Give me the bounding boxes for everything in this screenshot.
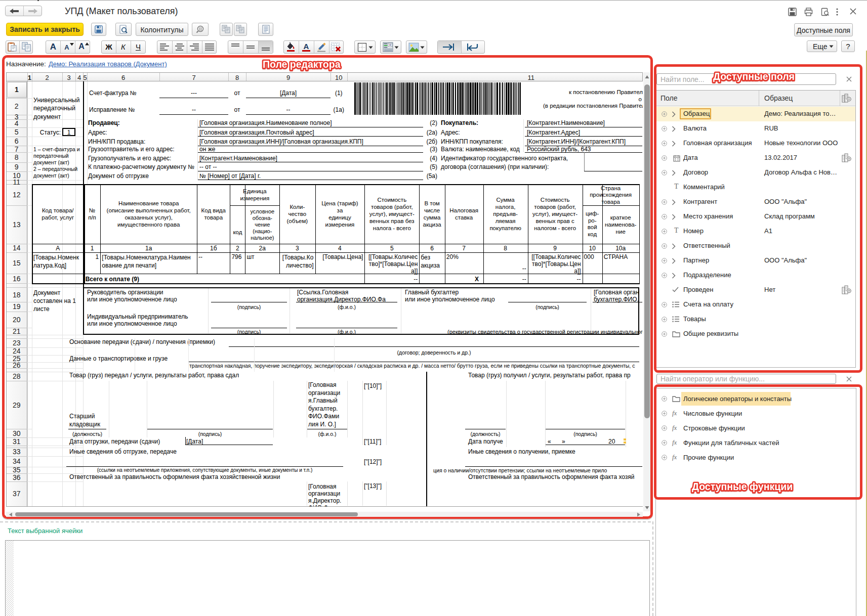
svg-text:R: R [389,43,392,47]
svg-text:Доступные поля: Доступные поля [713,71,795,82]
svg-text:Доступные функции: Доступные функции [692,481,793,492]
svg-text:Поле редактора: Поле редактора [263,59,341,70]
